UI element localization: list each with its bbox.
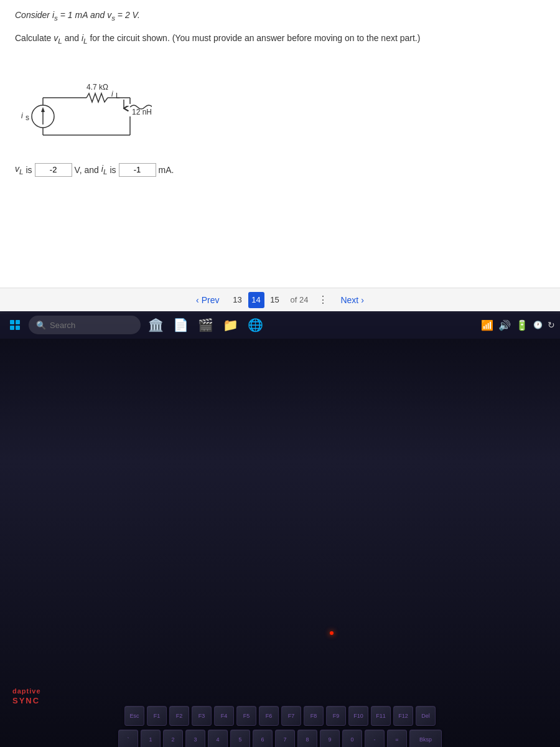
key-f10[interactable]: F10	[348, 706, 368, 726]
prev-label: Prev	[202, 295, 220, 305]
search-input[interactable]	[50, 321, 112, 330]
svg-text:i: i	[21, 111, 23, 120]
svg-marker-4	[41, 107, 45, 112]
key-3[interactable]: 3	[185, 730, 205, 747]
svg-text:L: L	[116, 92, 120, 100]
key-4[interactable]: 4	[208, 730, 228, 747]
brand-label-1: daptive	[12, 687, 41, 695]
circuit-diagram: i s 4.7 kΩ V L	[15, 57, 152, 151]
brand-label-2: SYNC	[12, 696, 40, 705]
key-minus[interactable]: -	[365, 730, 385, 747]
key-f11[interactable]: F11	[371, 706, 391, 726]
key-f2[interactable]: F2	[169, 706, 189, 726]
svg-text:s: s	[26, 113, 29, 122]
keyboard-row-2: ` 1 2 3 4 5 6 7 8 9 0 - = Bksp	[12, 730, 548, 747]
nav-bar: ‹ Prev 13 14 15 of 24 ⋮ Next ›	[0, 288, 560, 311]
taskbar-app-3[interactable]: 🎬	[194, 314, 217, 336]
screen: Consider is = 1 mA and vs = 2 V. Calcula…	[0, 0, 560, 330]
taskbar-app-2[interactable]: 📄	[169, 314, 192, 336]
battery-icon[interactable]: 🔋	[516, 319, 528, 331]
key-6[interactable]: 6	[253, 730, 273, 747]
search-icon: 🔍	[36, 321, 46, 330]
key-5[interactable]: 5	[230, 730, 250, 747]
page-numbers: 13 14 15	[230, 292, 283, 308]
page-15[interactable]: 15	[267, 292, 283, 308]
clock: 🕐	[533, 321, 543, 329]
chevron-right-icon: ›	[361, 295, 364, 305]
page-13[interactable]: 13	[230, 292, 246, 308]
answer-line: vL is -2 V, and iL is -1 mA.	[15, 163, 545, 177]
key-f6[interactable]: F6	[259, 706, 279, 726]
key-f12[interactable]: F12	[393, 706, 413, 726]
page-total: of 24	[291, 295, 309, 304]
search-bar[interactable]: 🔍	[29, 316, 141, 334]
key-8[interactable]: 8	[297, 730, 317, 747]
calculate-line: Calculate vL and iL for the circuit show…	[15, 33, 545, 45]
key-equals[interactable]: =	[387, 730, 407, 747]
key-f9[interactable]: F9	[326, 706, 346, 726]
keyboard-rows: Esc F1 F2 F3 F4 F5 F6 F7 F8 F9 F10 F11 F…	[12, 706, 548, 747]
keyboard-area: daptive SYNC Esc F1 F2 F3 F4 F5 F6 F7 F8…	[0, 339, 560, 747]
svg-text:12 nH: 12 nH	[132, 108, 152, 116]
key-2[interactable]: 2	[163, 730, 183, 747]
key-0[interactable]: 0	[342, 730, 362, 747]
prev-button[interactable]: ‹ Prev	[191, 293, 224, 308]
key-backtick[interactable]: `	[118, 730, 138, 747]
key-esc[interactable]: Esc	[124, 706, 144, 726]
content-area: Consider is = 1 mA and vs = 2 V. Calcula…	[0, 0, 560, 305]
start-button[interactable]	[5, 315, 25, 335]
key-f1[interactable]: F1	[147, 706, 167, 726]
arrow-icon[interactable]: ↻	[548, 320, 555, 330]
key-9[interactable]: 9	[320, 730, 340, 747]
vl-input[interactable]: -2	[35, 163, 72, 177]
chevron-left-icon: ‹	[196, 295, 199, 305]
key-f4[interactable]: F4	[214, 706, 234, 726]
svg-text:i: i	[111, 90, 113, 98]
page-14[interactable]: 14	[248, 292, 264, 308]
grid-icon[interactable]: ⋮	[318, 294, 328, 306]
circuit-area: i s 4.7 kΩ V L	[15, 57, 545, 151]
windows-taskbar: 🔍 🏛️ 📄 🎬 📁 🌐 📶 🔊 🔋 🕐 ↻	[0, 311, 560, 339]
keyboard-row-1: Esc F1 F2 F3 F4 F5 F6 F7 F8 F9 F10 F11 F…	[12, 706, 548, 726]
next-label: Next	[340, 295, 358, 305]
taskbar-apps: 🏛️ 📄 🎬 📁 🌐	[144, 314, 477, 336]
windows-icon	[10, 320, 20, 330]
key-f8[interactable]: F8	[304, 706, 324, 726]
consider-line: Consider is = 1 mA and vs = 2 V.	[15, 10, 545, 22]
il-input[interactable]: -1	[119, 163, 156, 177]
taskbar-right: 📶 🔊 🔋 🕐 ↻	[481, 319, 555, 331]
svg-text:4.7 kΩ: 4.7 kΩ	[86, 83, 108, 92]
taskbar-app-5[interactable]: 🌐	[244, 314, 266, 336]
key-f3[interactable]: F3	[192, 706, 212, 726]
taskbar-app-1[interactable]: 🏛️	[144, 314, 167, 336]
red-indicator	[330, 631, 334, 635]
key-del[interactable]: Del	[416, 706, 436, 726]
key-1[interactable]: 1	[141, 730, 161, 747]
taskbar-app-4[interactable]: 📁	[219, 314, 241, 336]
volume-icon[interactable]: 🔊	[498, 319, 511, 331]
next-button[interactable]: Next ›	[335, 293, 368, 308]
wifi-icon[interactable]: 📶	[481, 319, 493, 331]
key-backspace[interactable]: Bksp	[409, 730, 442, 747]
key-7[interactable]: 7	[275, 730, 295, 747]
key-f5[interactable]: F5	[236, 706, 256, 726]
key-f7[interactable]: F7	[281, 706, 301, 726]
